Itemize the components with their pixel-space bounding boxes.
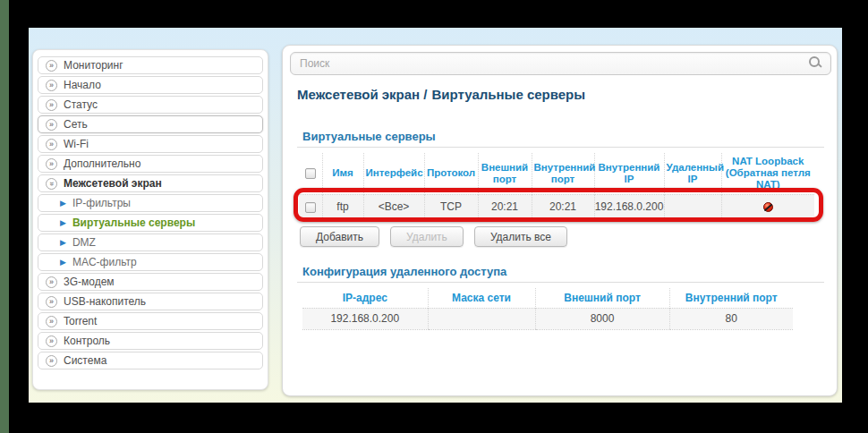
chevron-circle-icon: » [46, 99, 57, 111]
sidebar-item-label: 3G-модем [64, 276, 115, 288]
column-header-nat-loopback: NAT Loopback (Обратная петля NAT) [721, 153, 814, 194]
sidebar-item-firewall[interactable]: » Межсетевой экран [38, 174, 263, 192]
cell-external-port: 8000 [535, 308, 669, 329]
column-header-ip-address: IP-адрес [302, 288, 428, 308]
cell-protocol: TCP [424, 194, 478, 219]
search-icon[interactable] [808, 56, 822, 71]
cell-nat-loopback [721, 194, 814, 219]
arrow-right-icon: ▶ [60, 199, 66, 208]
cell-internal-port: 20:21 [532, 194, 594, 219]
chevron-circle-icon: » [46, 158, 57, 170]
sidebar-item-label: Мониторинг [64, 59, 123, 72]
column-header-net-mask: Маска сети [428, 288, 535, 308]
chevron-circle-icon: » [46, 119, 57, 131]
column-header-internal-ip: Внутренний IP [594, 153, 664, 194]
sidebar-item-system[interactable]: » Система [38, 352, 263, 369]
column-header-external-port: Внешний порт [478, 153, 532, 194]
sidebar-item-dmz[interactable]: ▶ DMZ [38, 233, 263, 251]
sidebar-item-label: Сеть [64, 118, 88, 131]
remote-access-table: IP-адрес Маска сети Внешний порт Внутрен… [302, 288, 793, 330]
column-header-protocol: Протокол [424, 153, 478, 194]
table-header-row: IP-адрес Маска сети Внешний порт Внутрен… [302, 288, 793, 308]
arrow-right-icon: ▶ [60, 238, 66, 247]
page-title: Межсетевой экран /Виртуальные серверы [297, 87, 585, 102]
chevron-circle-icon: » [46, 296, 57, 308]
cell-internal-port: 80 [669, 308, 793, 329]
chevron-circle-icon: » [46, 60, 57, 72]
cell-remote-ip [664, 194, 721, 219]
column-header-interface: Интерфейс [363, 153, 424, 194]
button-row: Добавить Удалить Удалить все [300, 226, 567, 247]
sidebar-item-3g-modem[interactable]: » 3G-модем [38, 273, 263, 291]
delete-button[interactable]: Удалить [390, 226, 464, 247]
sidebar-item-label: Начало [64, 79, 101, 91]
cell-net-mask [428, 308, 535, 329]
section-divider [297, 147, 824, 148]
sidebar-item-usb-storage[interactable]: » USB-накопитель [38, 293, 263, 310]
delete-all-button[interactable]: Удалить все [474, 226, 567, 247]
virtual-servers-table: Имя Интерфейс Протокол Внешний порт Внут… [299, 153, 814, 220]
sidebar-item-label: USB-накопитель [64, 295, 146, 308]
column-header-remote-ip: Удаленный IP [664, 153, 721, 194]
row-checkbox[interactable] [305, 202, 316, 213]
chevron-circle-down-icon: » [46, 178, 57, 190]
sidebar-item-virtual-servers[interactable]: ▶ Виртуальные серверы [38, 214, 263, 232]
sidebar-item-ip-filters[interactable]: ▶ IP-фильтры [38, 194, 263, 212]
sidebar-item-label: Виртуальные серверы [72, 216, 195, 229]
sidebar-item-label: Wi-Fi [64, 138, 89, 150]
sidebar-item-label: DMZ [72, 236, 96, 249]
sidebar-item-label: Межсетевой экран [64, 177, 162, 190]
cell-interface: <Все> [363, 194, 424, 219]
add-button[interactable]: Добавить [300, 226, 379, 247]
sidebar-item-mac-filter[interactable]: ▶ MAC-фильтр [38, 253, 263, 271]
chevron-circle-icon: » [46, 335, 57, 347]
sidebar-item-network[interactable]: » Сеть [38, 115, 263, 133]
left-green-strip [0, 0, 9, 433]
sidebar-item-monitoring[interactable]: » Мониторинг [38, 56, 263, 74]
sidebar-item-label: IP-фильтры [72, 197, 131, 209]
sidebar-item-label: Система [64, 354, 106, 367]
breadcrumb-page: Виртуальные серверы [432, 87, 586, 102]
sidebar-item-label: Torrent [64, 315, 97, 327]
column-header-name: Имя [322, 153, 363, 194]
column-header-internal-port: Внутренний порт [669, 288, 793, 308]
column-header-internal-port: Внутренний порт [532, 153, 594, 194]
cell-external-port: 20:21 [478, 194, 532, 219]
chevron-circle-icon: » [46, 316, 57, 327]
section-divider [297, 282, 824, 283]
sidebar-item-advanced[interactable]: » Дополнительно [38, 155, 263, 173]
chevron-circle-icon: » [46, 355, 57, 367]
sidebar-item-label: Контроль [64, 335, 110, 347]
cell-ip-address: 192.168.0.200 [302, 308, 428, 329]
chevron-circle-icon: » [46, 276, 57, 288]
table-row[interactable]: ftp <Все> TCP 20:21 20:21 192.168.0.200 [299, 194, 814, 219]
sidebar: » Мониторинг » Начало » Статус » Сеть » … [32, 49, 268, 390]
sidebar-item-status[interactable]: » Статус [38, 96, 263, 114]
breadcrumb-section: Межсетевой экран / [297, 87, 428, 102]
search-input[interactable] [290, 52, 831, 75]
table-header-row: Имя Интерфейс Протокол Внешний порт Внут… [299, 153, 814, 194]
table-row[interactable]: 192.168.0.200 8000 80 [302, 308, 793, 329]
arrow-right-icon: ▶ [60, 218, 66, 227]
sidebar-item-torrent[interactable]: » Torrent [38, 312, 263, 330]
select-all-checkbox[interactable] [305, 168, 316, 179]
sidebar-item-label: Дополнительно [64, 157, 140, 170]
column-header-external-port: Внешний порт [535, 288, 669, 308]
cell-internal-ip: 192.168.0.200 [594, 194, 664, 219]
content-panel: Межсетевой экран /Виртуальные серверы Ви… [282, 45, 838, 396]
virtual-servers-section-title: Виртуальные серверы [302, 130, 436, 143]
sidebar-item-home[interactable]: » Начало [38, 76, 263, 94]
chevron-circle-icon: » [46, 139, 57, 150]
arrow-right-icon: ▶ [60, 258, 66, 267]
cell-name: ftp [322, 194, 363, 219]
chevron-circle-icon: » [46, 80, 57, 91]
sidebar-item-control[interactable]: » Контроль [38, 332, 263, 350]
red-ball-slash-icon [763, 202, 773, 212]
page-background: » Мониторинг » Начало » Статус » Сеть » … [29, 28, 842, 403]
sidebar-item-wifi[interactable]: » Wi-Fi [38, 135, 263, 153]
sidebar-item-label: Статус [64, 98, 98, 111]
remote-access-section-title: Конфигурация удаленного доступа [302, 265, 506, 278]
sidebar-item-label: MAC-фильтр [72, 256, 137, 268]
